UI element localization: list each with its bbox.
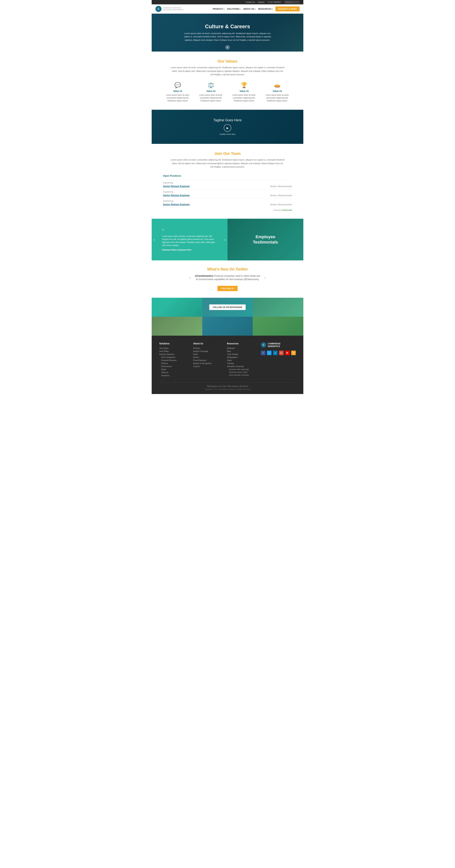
footer-link-webinars[interactable]: Webinars <box>227 347 257 349</box>
search-input[interactable] <box>284 1 300 4</box>
footer-link-analyst-coverage[interactable]: Analyst Coverage <box>193 350 223 352</box>
testimonial-content: " Lorem ipsum dolor sit amet, consectetu… <box>157 228 222 251</box>
hero-scroll-arrow[interactable]: ▾ <box>225 45 230 50</box>
insta-overlay-3 <box>253 298 303 317</box>
instagram-cell-4 <box>152 317 202 336</box>
insta-overlay-1 <box>152 298 202 317</box>
join-title: Join Our Team <box>163 151 292 156</box>
footer-link-partners[interactable]: Partners <box>193 347 223 349</box>
footer-link-press-releases[interactable]: Press Releases <box>193 359 223 362</box>
nav-about[interactable]: ABOUT US <box>243 8 255 10</box>
footer-link-government[interactable]: Government <box>159 365 189 368</box>
footer-link-use-cases[interactable]: Use Cases <box>159 347 189 349</box>
footer-link-careers[interactable]: Careers <box>193 365 223 368</box>
footer-link-insurance[interactable]: Insurance <box>159 374 189 377</box>
footer-link-about-semantic-uni[interactable]: About Semantic University <box>227 374 257 376</box>
footer-link-industry-solutions[interactable]: Industry Solutions <box>159 353 189 355</box>
position-location-3: Boston, Massachusetts <box>270 204 292 206</box>
logo-icon: C <box>155 6 161 12</box>
footer-link-tech-lesson[interactable]: Technical Lesson Tracks <box>227 371 257 373</box>
testimonials-section: ‹ " Lorem ipsum dolor sit amet, consecte… <box>152 219 303 260</box>
contact-link[interactable]: Contact Us <box>245 1 255 3</box>
logo[interactable]: C CAMBRIDGE SEMANTICS THE SMART DATA COM… <box>155 6 183 12</box>
footer-link-semantic-university[interactable]: Semantic University <box>227 365 257 368</box>
footer-link-news[interactable]: News <box>193 353 223 355</box>
instagram-follow-button[interactable]: FOLLOW US ON INSTAGRAM <box>209 304 246 310</box>
instagram-section: FOLLOW US ON INSTAGRAM <box>152 298 303 336</box>
hero-description: Lorem ipsum dolor sit amet, consectetur … <box>184 32 271 42</box>
main-nav: C CAMBRIDGE SEMANTICS THE SMART DATA COM… <box>152 4 303 13</box>
insta-overlay-6 <box>253 317 303 336</box>
position-location-1: Boston, Massachusetts <box>270 185 292 187</box>
position-title-link-2[interactable]: Senior Release Engineer <box>163 194 190 197</box>
footer-link-user-roles[interactable]: User Roles <box>159 350 189 352</box>
youtube-icon[interactable]: ▶ <box>285 351 290 355</box>
facebook-icon[interactable]: f <box>261 351 266 355</box>
nav-product[interactable]: PRODUCT <box>213 8 224 10</box>
twitter-icon[interactable]: t <box>267 351 272 355</box>
video-section: Tagline Goes Here ▶ Subtitle Goes Here <box>152 110 303 144</box>
footer-link-semantic-web[interactable]: Semantic Web Landscape <box>227 368 257 370</box>
position-dept-2: Engineering <box>163 189 292 193</box>
footer-link-whitepapers[interactable]: Whitepapers <box>227 356 257 359</box>
instagram-cell-1 <box>152 298 202 317</box>
insta-overlay-4 <box>152 317 202 336</box>
footer-link-tech-companies[interactable]: Tech Companies <box>159 356 189 359</box>
testimonials-left: ‹ " Lorem ipsum dolor sit amet, consecte… <box>152 219 228 260</box>
join-section: Join Our Team Lorem ipsum dolor sit amet… <box>152 144 303 219</box>
logo-text: CAMBRIDGE SEMANTICS THE SMART DATA COMPA… <box>163 7 183 10</box>
twitter-handle: @CamSemantics <box>195 275 213 277</box>
hero-title: Culture & Careers <box>184 24 271 30</box>
footer-resources-title: Resources <box>227 342 257 345</box>
values-description: Lorem ipsum dolor sit amet, consectetur … <box>171 66 284 76</box>
nav-resources[interactable]: RESOURCES <box>258 8 273 10</box>
footer-link-retail[interactable]: Retail <box>159 368 189 371</box>
footer-logo-icon: C <box>261 342 266 348</box>
nav-links: PRODUCT SOLUTIONS ABOUT US RESOURCES REQ… <box>213 6 300 11</box>
twitter-title: What's New On Twitter <box>163 267 292 271</box>
position-dept-1: Engineering <box>163 180 292 184</box>
twitter-prev-button[interactable]: ‹ <box>189 276 190 280</box>
googleplus-icon[interactable]: G+ <box>279 351 284 355</box>
footer-link-training[interactable]: Training <box>227 362 257 365</box>
footer-link-case-studies[interactable]: Case Studies <box>227 353 257 355</box>
twitter-next-button[interactable]: › <box>265 276 266 280</box>
video-play-button[interactable]: ▶ <box>224 124 231 132</box>
support-link[interactable]: Support <box>258 1 265 3</box>
bamboo-logo: BambooHR <box>283 209 292 211</box>
twitter-follow-button[interactable]: FOLLOW US <box>217 286 238 291</box>
video-content: Tagline Goes Here ▶ Subtitle Goes Here <box>213 118 242 135</box>
value-2-title: Value #2 <box>196 90 225 92</box>
footer-about-col: About Us Partners Analyst Coverage News … <box>193 342 223 377</box>
footer-link-awards[interactable]: Awards & Recognition <box>193 362 223 365</box>
footer-link-events[interactable]: Events <box>193 356 223 359</box>
footer-link-blog[interactable]: Blog <box>227 350 257 352</box>
values-grid: 💬 Value #1 Lorem ipsum dolor sit amet, c… <box>163 82 292 102</box>
position-group-3: Engineering Senior Release Engineer Bost… <box>163 198 292 207</box>
request-demo-button[interactable]: REQUEST A DEMO <box>275 6 300 11</box>
footer-link-telecom[interactable]: Telecom <box>159 371 189 374</box>
quote-mark-icon: " <box>162 228 217 234</box>
testimonial-text: Lorem ipsum dolor sit amet, consectetur … <box>162 235 217 247</box>
email-icon[interactable]: ✉ <box>291 351 296 355</box>
value-1-icon: 💬 <box>163 82 192 88</box>
position-title-link-1[interactable]: Senior Release Engineer <box>163 185 190 188</box>
value-item-2: ⚖️ Value #2 Lorem ipsum dolor sit amet, … <box>196 82 225 102</box>
testimonial-next-button[interactable]: › <box>224 238 225 242</box>
footer-link-pharma[interactable]: Pharma <box>159 362 189 365</box>
footer-link-video[interactable]: Video <box>227 359 257 362</box>
position-title-link-3[interactable]: Senior Release Engineer <box>163 203 190 206</box>
footer-about-title: About Us <box>193 342 223 345</box>
testimonial-prev-button[interactable]: ‹ <box>154 238 155 242</box>
value-3-title: Value #3 <box>230 90 259 92</box>
footer-logo-text: CAMBRIDGE SEMANTICS <box>268 342 280 348</box>
hero-content: Culture & Careers Lorem ipsum dolor sit … <box>180 20 275 46</box>
instagram-cell-5 <box>202 317 253 336</box>
value-1-desc: Lorem ipsum dolor sit amet, consectetur … <box>163 94 192 102</box>
linkedin-icon[interactable]: in <box>273 351 278 355</box>
footer-solutions-title: Solutions <box>159 342 189 345</box>
nav-solutions[interactable]: SOLUTIONS <box>227 8 240 10</box>
footer-link-financial-services[interactable]: Financial Services <box>159 359 189 362</box>
value-item-1: 💬 Value #1 Lorem ipsum dolor sit amet, c… <box>163 82 192 102</box>
position-group-2: Engineering Senior Release Engineer Bost… <box>163 189 292 198</box>
